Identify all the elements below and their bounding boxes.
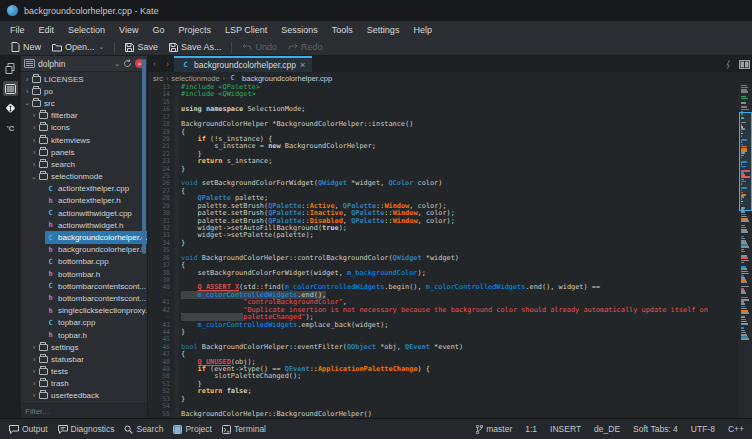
- reload-project-icon[interactable]: [123, 59, 132, 68]
- tree-item-bottombar-h[interactable]: hbottombar.h: [21, 268, 147, 280]
- split-view-icon[interactable]: [736, 56, 752, 72]
- menu-projects[interactable]: Projects: [171, 23, 218, 37]
- tree-item-licenses[interactable]: ›LICENSES: [21, 73, 147, 85]
- code-line[interactable]: }: [181, 240, 752, 247]
- input-mode[interactable]: INSERT: [550, 424, 581, 434]
- save-as-button[interactable]: Save As...: [164, 41, 227, 53]
- menu-tools[interactable]: Tools: [325, 23, 360, 37]
- tree-item-settings[interactable]: ›settings: [21, 341, 147, 353]
- tree-item-kitemviews[interactable]: ›kitemviews: [21, 134, 147, 146]
- code-line[interactable]: #include <QPalette>: [181, 84, 752, 91]
- titlebar[interactable]: backgroundcolorhelper.cpp - Kate: [0, 0, 752, 21]
- code-line[interactable]: }: [181, 396, 752, 403]
- documents-icon[interactable]: [3, 61, 18, 76]
- code-line[interactable]: s_instance = new BackgroundColorHelper;: [181, 143, 752, 150]
- tree-item-search[interactable]: ›search: [21, 158, 147, 170]
- save-button[interactable]: Save: [120, 41, 163, 53]
- syntax-mode[interactable]: C++: [728, 424, 744, 434]
- open-dropdown-icon[interactable]: ⌄: [99, 43, 105, 51]
- tree-item-src[interactable]: ⌄src: [21, 97, 147, 109]
- project-name[interactable]: dolphin: [38, 59, 111, 69]
- tree-item-panels[interactable]: ›panels: [21, 146, 147, 158]
- menu-selection[interactable]: Selection: [61, 23, 112, 37]
- tree-item-bottombarcontentscont[interactable]: hbottombarcontentscont...: [21, 292, 147, 304]
- dictionary[interactable]: de_DE: [594, 424, 620, 434]
- tree-item-topbar-cpp[interactable]: Ctopbar.cpp: [21, 317, 147, 329]
- code-line[interactable]: BackgroundColorHelper::BackgroundColorHe…: [181, 411, 752, 418]
- tree-item-backgroundcolorhelper-h[interactable]: hbackgroundcolorhelper.h: [21, 244, 147, 256]
- code-line[interactable]: slotPaletteChanged();: [181, 373, 752, 380]
- cursor-position[interactable]: 1:1: [525, 424, 537, 434]
- menu-edit[interactable]: Edit: [32, 23, 62, 37]
- code-line[interactable]: }: [181, 381, 752, 388]
- menu-file[interactable]: File: [3, 23, 32, 37]
- quick-open-icon[interactable]: [720, 56, 736, 72]
- tree-item-actiontexthelper-h[interactable]: hactiontexthelper.h: [21, 195, 147, 207]
- code-line[interactable]: widget->setPalette(palette);: [181, 232, 752, 239]
- menu-settings[interactable]: Settings: [360, 23, 407, 37]
- tree-item-singleclickselectionproxy[interactable]: hsingleclickselectionproxy...: [21, 305, 147, 317]
- expand-icon[interactable]: ›: [30, 344, 38, 351]
- tree-item-statusbar[interactable]: ›statusbar: [21, 353, 147, 365]
- nav-forward-icon[interactable]: ›: [161, 56, 174, 72]
- tree-scrollbar[interactable]: [142, 59, 146, 254]
- redo-button[interactable]: Redo: [283, 41, 328, 53]
- code-line[interactable]: return false;: [181, 388, 752, 395]
- menu-sessions[interactable]: Sessions: [274, 23, 325, 37]
- breadcrumb-src[interactable]: src: [153, 74, 163, 83]
- expand-icon[interactable]: ›: [30, 161, 38, 168]
- undo-button[interactable]: Undo: [237, 41, 282, 53]
- code-line[interactable]: using namespace SelectionMode;: [181, 106, 752, 113]
- code-line[interactable]: #include <QWidget>: [181, 91, 752, 98]
- code-line[interactable]: }: [181, 166, 752, 173]
- tree-item-filterbar[interactable]: ›filterbar: [21, 110, 147, 122]
- open-button[interactable]: Open... ⌄: [47, 41, 109, 53]
- tree-item-actionwithwidget-cpp[interactable]: Cactionwithwidget.cpp: [21, 207, 147, 219]
- toolview-button-search[interactable]: Search: [119, 422, 168, 436]
- tree-item-topbar-h[interactable]: htopbar.h: [21, 329, 147, 341]
- menu-lsp-client[interactable]: LSP Client: [218, 23, 274, 37]
- menu-help[interactable]: Help: [406, 23, 439, 37]
- breadcrumb-file[interactable]: C backgroundcolorhelper.cpp: [228, 74, 332, 83]
- expand-icon[interactable]: ›: [30, 112, 38, 119]
- tab-width[interactable]: Soft Tabs: 4: [633, 424, 678, 434]
- toolview-button-terminal[interactable]: Terminal: [217, 422, 271, 436]
- tree-item-trash[interactable]: ›trash: [21, 378, 147, 390]
- symbols-icon[interactable]: 'C: [3, 121, 18, 136]
- project-tree-icon[interactable]: [3, 81, 18, 96]
- tree-item-bottombar-cpp[interactable]: Cbottombar.cpp: [21, 256, 147, 268]
- expand-icon[interactable]: ›: [30, 149, 38, 156]
- tab-backgroundcolorhelper[interactable]: C backgroundcolorhelper.cpp ×: [174, 56, 312, 72]
- minimap-viewport[interactable]: [739, 112, 752, 211]
- tree-item-tests[interactable]: ›tests: [21, 366, 147, 378]
- code-line[interactable]: bool BackgroundColorHelper::eventFilter(…: [181, 344, 752, 351]
- menu-view[interactable]: View: [112, 23, 145, 37]
- toolview-button-output[interactable]: Output: [4, 422, 53, 436]
- git-branch[interactable]: master: [476, 424, 512, 434]
- filter-input[interactable]: [25, 407, 143, 416]
- collapse-icon[interactable]: ⌄: [23, 99, 31, 107]
- tree-item-actiontexthelper-cpp[interactable]: Cactiontexthelper.cpp: [21, 183, 147, 195]
- code-line[interactable]: BackgroundColorHelper *BackgroundColorHe…: [181, 121, 752, 128]
- expand-icon[interactable]: ›: [30, 380, 38, 387]
- code-line[interactable]: }: [181, 329, 752, 336]
- expand-icon[interactable]: ›: [30, 368, 38, 375]
- tree-item-selectionmode[interactable]: ⌄selectionmode: [21, 171, 147, 183]
- expand-icon[interactable]: ›: [30, 137, 38, 144]
- git-icon[interactable]: [3, 101, 18, 116]
- tree-item-icons[interactable]: ›icons: [21, 122, 147, 134]
- expand-icon[interactable]: ›: [30, 392, 38, 399]
- code-line[interactable]: return s_instance;: [181, 158, 752, 165]
- expand-icon[interactable]: ›: [23, 88, 31, 95]
- code-line[interactable]: void setBackgroundColorForWidget(QWidget…: [181, 180, 752, 187]
- toolview-button-project[interactable]: Project: [168, 422, 216, 436]
- code-line[interactable]: m_colorControlledWidgets.emplace_back(wi…: [181, 322, 752, 329]
- project-dropdown-icon[interactable]: ⌄: [114, 60, 120, 68]
- menu-go[interactable]: Go: [145, 23, 171, 37]
- encoding[interactable]: UTF-8: [691, 424, 715, 434]
- tab-close-icon[interactable]: ×: [300, 61, 305, 70]
- expand-icon[interactable]: ›: [23, 76, 31, 83]
- tree-item-actionwithwidget-h[interactable]: hactionwithwidget.h: [21, 219, 147, 231]
- code-line[interactable]: {: [181, 351, 752, 358]
- toolview-button-diagnostics[interactable]: Diagnostics: [53, 422, 120, 436]
